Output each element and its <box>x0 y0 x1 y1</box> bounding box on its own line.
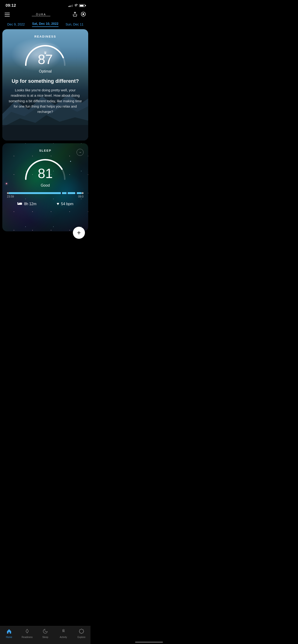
svg-rect-11 <box>18 202 18 205</box>
heart-icon: ♥ <box>57 202 59 206</box>
app-header: ŌURA <box>0 10 91 20</box>
readiness-headline: Up for something different? <box>7 78 84 84</box>
status-time: 09:12 <box>6 3 16 8</box>
svg-text:81: 81 <box>38 166 53 181</box>
timeline-labels: 23:59 09:0 <box>7 195 84 198</box>
settings-icon[interactable] <box>81 12 86 18</box>
heart-rate: 54 bpm <box>61 202 73 206</box>
sleep-card-arrow[interactable]: → <box>77 149 84 156</box>
readiness-card[interactable]: READINESS ♛ 87 Optimal Up for s <box>2 29 88 140</box>
date-navigation: Dec 9, 2022 Sat, Dec 10, 2022 Sun, Dec 1… <box>0 20 91 29</box>
date-current[interactable]: Sat, Dec 10, 2022 <box>32 22 59 27</box>
status-bar: 09:12 <box>0 0 91 10</box>
cards-area: READINESS ♛ 87 Optimal Up for s <box>0 29 91 231</box>
readiness-body: Looks like you're doing pretty well, you… <box>7 88 84 114</box>
sleep-timeline: 23:59 09:0 <box>7 192 84 198</box>
sleep-duration: 8h 12m <box>24 202 37 206</box>
svg-text:87: 87 <box>38 52 53 67</box>
timeline-start: 23:59 <box>7 195 14 198</box>
plus-icon: + <box>77 229 81 236</box>
add-fab[interactable]: + <box>73 227 85 239</box>
battery-icon <box>79 4 85 7</box>
sleep-card[interactable]: → SLEEP 81 Good <box>2 143 88 231</box>
sleep-gauge: 81 <box>22 156 69 182</box>
bed-icon <box>17 202 22 206</box>
wifi-icon <box>74 4 78 8</box>
date-prev[interactable]: Dec 9, 2022 <box>0 22 32 26</box>
share-icon[interactable] <box>72 12 78 18</box>
readiness-card-content: READINESS ♛ 87 Optimal Up for s <box>2 29 88 121</box>
signal-icon <box>69 4 73 7</box>
sleep-stats: 8h 12m ♥ 54 bpm <box>7 202 84 206</box>
sleep-score-label: Good <box>7 183 84 188</box>
sleep-duration-stat: 8h 12m <box>17 202 37 206</box>
readiness-title: READINESS <box>7 35 84 38</box>
menu-button[interactable] <box>5 13 10 16</box>
svg-rect-12 <box>19 202 22 204</box>
sleep-card-content: SLEEP 81 Good <box>2 143 88 211</box>
header-actions <box>72 12 86 18</box>
readiness-gauge: ♛ 87 <box>22 42 69 68</box>
svg-point-2 <box>83 14 84 15</box>
sleep-title: SLEEP <box>7 149 84 152</box>
timeline-end: 09:0 <box>78 195 84 198</box>
status-icons <box>69 4 85 8</box>
app-logo: ŌURA <box>32 13 50 16</box>
svg-rect-6 <box>2 125 88 140</box>
date-next[interactable]: Sun, Dec 11 <box>59 22 91 26</box>
logo-text: ŌURA <box>36 13 46 16</box>
readiness-score-label: Optimal <box>7 69 84 74</box>
heart-rate-stat: ♥ 54 bpm <box>57 202 73 206</box>
gauge-svg: ♛ 87 <box>22 42 69 68</box>
